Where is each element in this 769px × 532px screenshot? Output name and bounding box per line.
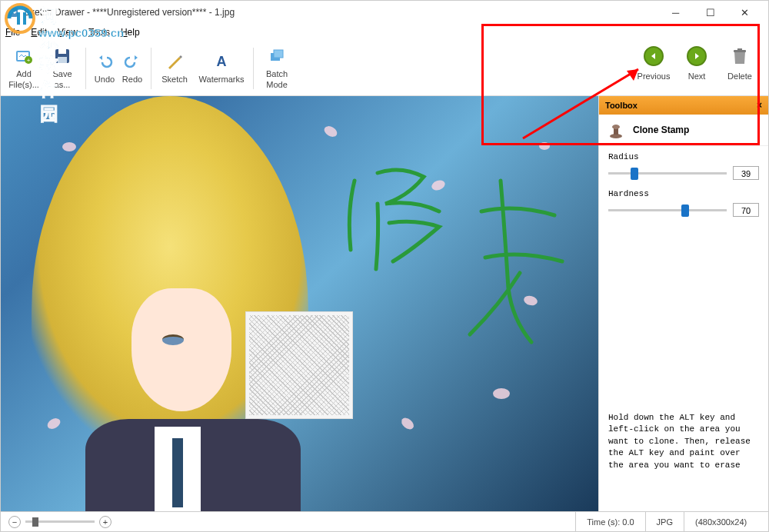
redo-button[interactable]: Redo bbox=[118, 43, 146, 94]
right-panel: Toolbox × Clone Stamp Radius 39 bbox=[599, 96, 768, 511]
batch-mode-icon bbox=[267, 46, 287, 66]
toolbox-header: Toolbox × bbox=[599, 96, 768, 115]
menubar: File Edit View Tools Help bbox=[1, 24, 768, 41]
delete-button[interactable]: Delete bbox=[719, 44, 761, 90]
svg-rect-12 bbox=[737, 48, 742, 51]
menu-view[interactable]: View bbox=[58, 27, 78, 38]
menu-help[interactable]: Help bbox=[121, 27, 140, 38]
app-icon bbox=[7, 6, 19, 18]
radius-control: Radius 39 bbox=[599, 146, 768, 183]
svg-text:A: A bbox=[217, 54, 227, 69]
sketch-icon bbox=[165, 52, 185, 71]
canvas-area[interactable] bbox=[1, 96, 599, 511]
svg-rect-7 bbox=[58, 57, 67, 63]
add-files-button[interactable]: + Add File(s)... bbox=[5, 43, 42, 94]
toolbox-title: Toolbox bbox=[605, 101, 638, 110]
next-button[interactable]: Next bbox=[676, 44, 717, 90]
statusbar: − + Time (s): 0.0 JPG (480x300x24) bbox=[1, 511, 768, 531]
menu-edit[interactable]: Edit bbox=[31, 27, 47, 38]
status-format: JPG bbox=[645, 512, 684, 531]
svg-point-15 bbox=[612, 125, 620, 129]
minimize-button[interactable]: ─ bbox=[658, 1, 693, 24]
radius-slider[interactable] bbox=[608, 172, 727, 175]
previous-button[interactable]: Previous bbox=[633, 44, 674, 90]
status-time: Time (s): 0.0 bbox=[575, 512, 644, 531]
main-toolbar: + Add File(s)... Save as... Undo Redo Sk… bbox=[1, 41, 768, 96]
toolbox-help-text: Hold down the ALT key and left-click on … bbox=[599, 403, 768, 480]
trash-icon bbox=[729, 45, 751, 67]
svg-rect-10 bbox=[274, 50, 283, 58]
toolbox-tool-item[interactable]: Clone Stamp bbox=[599, 115, 768, 146]
window-title: Sketch Drawer - ****Unregistered version… bbox=[24, 7, 658, 18]
hardness-value[interactable]: 70 bbox=[733, 203, 759, 217]
undo-button[interactable]: Undo bbox=[91, 43, 118, 94]
radius-label: Radius bbox=[608, 152, 759, 161]
maximize-button[interactable]: ☐ bbox=[693, 1, 727, 24]
batch-mode-button[interactable]: Batch Mode bbox=[258, 43, 295, 94]
redo-icon bbox=[122, 52, 142, 71]
save-icon bbox=[52, 46, 72, 66]
next-icon bbox=[686, 45, 707, 67]
svg-text:+: + bbox=[27, 57, 31, 64]
hardness-label: Hardness bbox=[608, 189, 759, 198]
titlebar: Sketch Drawer - ****Unregistered version… bbox=[1, 1, 768, 24]
save-as-button[interactable]: Save as... bbox=[44, 43, 81, 94]
radius-value[interactable]: 39 bbox=[733, 166, 759, 180]
watermarks-button[interactable]: A Watermarks bbox=[195, 43, 248, 94]
undo-icon bbox=[95, 52, 115, 71]
sketch-preview-overlay bbox=[245, 311, 353, 419]
status-dimensions: (480x300x24) bbox=[684, 512, 768, 531]
canvas-image bbox=[1, 96, 598, 511]
menu-tools[interactable]: Tools bbox=[88, 27, 110, 38]
svg-rect-6 bbox=[58, 49, 66, 54]
sketch-button[interactable]: Sketch bbox=[156, 43, 193, 94]
watermarks-icon: A bbox=[211, 52, 231, 71]
hardness-control: Hardness 70 bbox=[599, 183, 768, 220]
clone-stamp-icon bbox=[607, 121, 625, 139]
zoom-out-button[interactable]: − bbox=[8, 516, 21, 528]
zoom-in-button[interactable]: + bbox=[99, 516, 112, 528]
toolbox-close-button[interactable]: × bbox=[757, 100, 762, 111]
close-button[interactable]: ✕ bbox=[727, 1, 762, 24]
previous-icon bbox=[643, 45, 664, 67]
hardness-slider[interactable] bbox=[608, 209, 727, 211]
add-files-icon: + bbox=[14, 46, 34, 66]
toolbox-tool-label: Clone Stamp bbox=[633, 125, 689, 135]
zoom-slider[interactable] bbox=[25, 520, 95, 523]
menu-file[interactable]: File bbox=[5, 27, 20, 38]
